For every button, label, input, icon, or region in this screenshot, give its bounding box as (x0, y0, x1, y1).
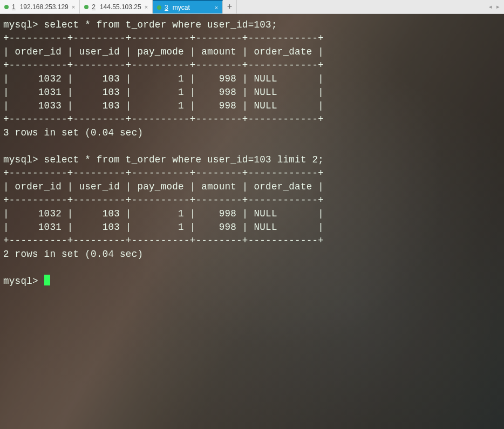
new-tab-button[interactable]: + (223, 0, 237, 13)
close-icon[interactable]: × (72, 4, 75, 10)
tab-2[interactable]: 2144.55.103.25× (80, 0, 153, 13)
terminal-pane[interactable]: mysql> select * from t_order where user_… (0, 14, 504, 429)
close-icon[interactable]: × (215, 4, 218, 11)
tab-nav-next-icon[interactable]: ▸ (495, 3, 501, 10)
status-dot-icon (4, 5, 9, 9)
status-dot-icon (84, 5, 88, 9)
tab-3[interactable]: 3mycat× (153, 0, 223, 13)
tab-nav: ◂ ▸ (485, 0, 504, 13)
tab-label: 144.55.103.25 (100, 3, 141, 11)
status-dot-icon (157, 5, 161, 10)
tab-index: 2 (92, 3, 96, 11)
tab-label: 192.168.253.129 (20, 3, 69, 11)
cursor-icon (44, 275, 50, 285)
tab-label: mycat (173, 4, 190, 11)
terminal-output: mysql> select * from t_order where user_… (0, 14, 504, 429)
tab-nav-prev-icon[interactable]: ◂ (488, 3, 493, 10)
tab-bar: 1192.168.253.129×2144.55.103.25×3mycat× … (0, 0, 504, 14)
tab-index: 3 (165, 4, 168, 11)
close-icon[interactable]: × (145, 4, 148, 10)
tab-index: 1 (12, 3, 16, 11)
tab-1[interactable]: 1192.168.253.129× (0, 0, 80, 13)
